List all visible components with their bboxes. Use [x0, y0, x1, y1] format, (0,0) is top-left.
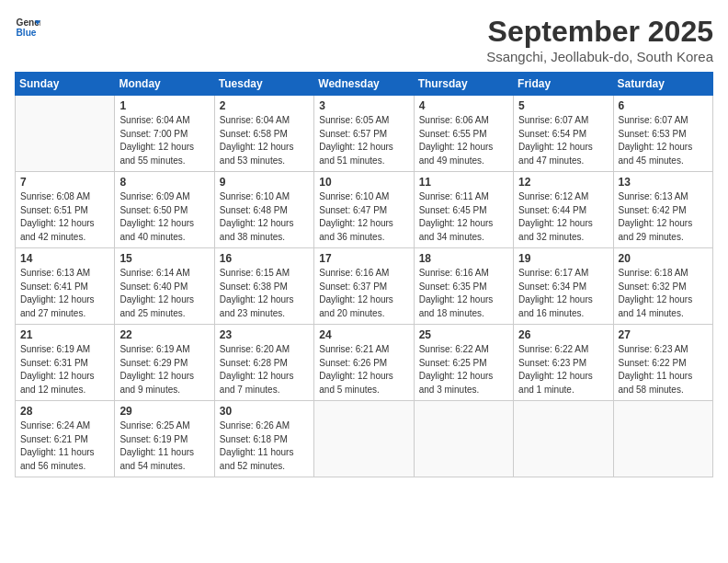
day-info: Sunrise: 6:04 AM Sunset: 7:00 PM Dayligh… [119, 114, 209, 167]
calendar-cell: 14Sunrise: 6:13 AM Sunset: 6:41 PM Dayli… [16, 248, 115, 325]
day-info: Sunrise: 6:04 AM Sunset: 6:58 PM Dayligh… [220, 114, 309, 167]
day-number: 30 [220, 405, 309, 418]
calendar-table: SundayMondayTuesdayWednesdayThursdayFrid… [15, 72, 713, 477]
svg-text:Blue: Blue [17, 28, 37, 38]
calendar-cell: 6Sunrise: 6:07 AM Sunset: 6:53 PM Daylig… [613, 96, 712, 172]
calendar-cell [16, 96, 115, 172]
day-number: 16 [220, 252, 309, 265]
day-number: 3 [319, 99, 408, 112]
calendar-cell: 28Sunrise: 6:24 AM Sunset: 6:21 PM Dayli… [16, 401, 115, 477]
day-info: Sunrise: 6:22 AM Sunset: 6:23 PM Dayligh… [518, 343, 608, 396]
day-info: Sunrise: 6:13 AM Sunset: 6:42 PM Dayligh… [619, 190, 708, 244]
day-number: 15 [119, 252, 209, 265]
day-header-friday: Friday [514, 73, 613, 96]
day-number: 8 [119, 176, 209, 189]
calendar-cell [613, 401, 712, 477]
calendar-cell: 3Sunrise: 6:05 AM Sunset: 6:57 PM Daylig… [314, 96, 414, 172]
calendar-cell [314, 401, 414, 477]
day-number: 13 [619, 176, 708, 189]
day-info: Sunrise: 6:10 AM Sunset: 6:48 PM Dayligh… [220, 190, 309, 244]
week-row-1: 1Sunrise: 6:04 AM Sunset: 7:00 PM Daylig… [16, 96, 713, 172]
day-info: Sunrise: 6:07 AM Sunset: 6:53 PM Dayligh… [619, 114, 708, 167]
calendar-cell: 15Sunrise: 6:14 AM Sunset: 6:40 PM Dayli… [115, 248, 214, 325]
day-number: 2 [220, 99, 309, 112]
day-info: Sunrise: 6:18 AM Sunset: 6:32 PM Dayligh… [619, 267, 708, 320]
calendar-cell [514, 401, 613, 477]
day-number: 21 [20, 328, 109, 341]
day-number: 11 [419, 176, 508, 189]
calendar-cell: 23Sunrise: 6:20 AM Sunset: 6:28 PM Dayli… [214, 325, 313, 401]
logo: General Blue [15, 15, 40, 40]
calendar-cell: 21Sunrise: 6:19 AM Sunset: 6:31 PM Dayli… [16, 325, 115, 401]
day-info: Sunrise: 6:20 AM Sunset: 6:28 PM Dayligh… [220, 343, 309, 396]
calendar-cell: 24Sunrise: 6:21 AM Sunset: 6:26 PM Dayli… [314, 325, 414, 401]
calendar-cell: 11Sunrise: 6:11 AM Sunset: 6:45 PM Dayli… [414, 172, 513, 248]
day-info: Sunrise: 6:22 AM Sunset: 6:25 PM Dayligh… [419, 343, 508, 396]
day-number: 22 [119, 328, 209, 341]
day-number: 14 [20, 252, 109, 265]
day-info: Sunrise: 6:10 AM Sunset: 6:47 PM Dayligh… [319, 190, 408, 244]
day-info: Sunrise: 6:21 AM Sunset: 6:26 PM Dayligh… [319, 343, 408, 396]
calendar-cell: 18Sunrise: 6:16 AM Sunset: 6:35 PM Dayli… [414, 248, 513, 325]
day-number: 20 [619, 252, 708, 265]
day-header-wednesday: Wednesday [314, 73, 414, 96]
day-info: Sunrise: 6:16 AM Sunset: 6:37 PM Dayligh… [319, 267, 408, 320]
day-info: Sunrise: 6:24 AM Sunset: 6:21 PM Dayligh… [20, 419, 109, 473]
calendar-cell: 26Sunrise: 6:22 AM Sunset: 6:23 PM Dayli… [514, 325, 613, 401]
calendar-cell: 8Sunrise: 6:09 AM Sunset: 6:50 PM Daylig… [115, 172, 214, 248]
day-number: 6 [619, 99, 708, 112]
calendar-cell: 13Sunrise: 6:13 AM Sunset: 6:42 PM Dayli… [613, 172, 712, 248]
day-number: 27 [619, 328, 708, 341]
day-info: Sunrise: 6:19 AM Sunset: 6:31 PM Dayligh… [20, 343, 109, 396]
calendar-cell: 22Sunrise: 6:19 AM Sunset: 6:29 PM Dayli… [115, 325, 214, 401]
calendar-cell: 30Sunrise: 6:26 AM Sunset: 6:18 PM Dayli… [214, 401, 313, 477]
calendar-cell: 29Sunrise: 6:25 AM Sunset: 6:19 PM Dayli… [115, 401, 214, 477]
day-info: Sunrise: 6:08 AM Sunset: 6:51 PM Dayligh… [20, 190, 109, 244]
calendar-cell: 25Sunrise: 6:22 AM Sunset: 6:25 PM Dayli… [414, 325, 513, 401]
week-row-4: 21Sunrise: 6:19 AM Sunset: 6:31 PM Dayli… [16, 325, 713, 401]
day-info: Sunrise: 6:25 AM Sunset: 6:19 PM Dayligh… [119, 419, 209, 473]
calendar-cell: 1Sunrise: 6:04 AM Sunset: 7:00 PM Daylig… [115, 96, 214, 172]
day-info: Sunrise: 6:23 AM Sunset: 6:22 PM Dayligh… [619, 343, 708, 396]
day-header-sunday: Sunday [16, 73, 115, 96]
day-info: Sunrise: 6:06 AM Sunset: 6:55 PM Dayligh… [419, 114, 508, 167]
day-number: 25 [419, 328, 508, 341]
week-row-2: 7Sunrise: 6:08 AM Sunset: 6:51 PM Daylig… [16, 172, 713, 248]
location-subtitle: Ssangchi, Jeollabuk-do, South Korea [486, 49, 713, 64]
day-number: 1 [119, 99, 209, 112]
day-info: Sunrise: 6:05 AM Sunset: 6:57 PM Dayligh… [319, 114, 408, 167]
day-number: 26 [518, 328, 608, 341]
day-number: 18 [419, 252, 508, 265]
calendar-cell: 16Sunrise: 6:15 AM Sunset: 6:38 PM Dayli… [214, 248, 313, 325]
day-number: 24 [319, 328, 408, 341]
day-info: Sunrise: 6:26 AM Sunset: 6:18 PM Dayligh… [220, 419, 309, 473]
calendar-cell: 7Sunrise: 6:08 AM Sunset: 6:51 PM Daylig… [16, 172, 115, 248]
calendar-cell: 20Sunrise: 6:18 AM Sunset: 6:32 PM Dayli… [613, 248, 712, 325]
day-info: Sunrise: 6:17 AM Sunset: 6:34 PM Dayligh… [518, 267, 608, 320]
day-info: Sunrise: 6:07 AM Sunset: 6:54 PM Dayligh… [518, 114, 608, 167]
day-header-tuesday: Tuesday [214, 73, 313, 96]
calendar-cell: 27Sunrise: 6:23 AM Sunset: 6:22 PM Dayli… [613, 325, 712, 401]
day-number: 7 [20, 176, 109, 189]
day-info: Sunrise: 6:12 AM Sunset: 6:44 PM Dayligh… [518, 190, 608, 244]
day-header-monday: Monday [115, 73, 214, 96]
day-info: Sunrise: 6:16 AM Sunset: 6:35 PM Dayligh… [419, 267, 508, 320]
day-info: Sunrise: 6:15 AM Sunset: 6:38 PM Dayligh… [220, 267, 309, 320]
day-header-thursday: Thursday [414, 73, 513, 96]
week-row-3: 14Sunrise: 6:13 AM Sunset: 6:41 PM Dayli… [16, 248, 713, 325]
calendar-cell: 19Sunrise: 6:17 AM Sunset: 6:34 PM Dayli… [514, 248, 613, 325]
day-number: 29 [119, 405, 209, 418]
day-info: Sunrise: 6:09 AM Sunset: 6:50 PM Dayligh… [119, 190, 209, 244]
calendar-cell: 17Sunrise: 6:16 AM Sunset: 6:37 PM Dayli… [314, 248, 414, 325]
calendar-cell: 5Sunrise: 6:07 AM Sunset: 6:54 PM Daylig… [514, 96, 613, 172]
title-block: September 2025 Ssangchi, Jeollabuk-do, S… [486, 15, 713, 64]
calendar-cell: 10Sunrise: 6:10 AM Sunset: 6:47 PM Dayli… [314, 172, 414, 248]
logo-icon: General Blue [15, 15, 40, 40]
day-info: Sunrise: 6:19 AM Sunset: 6:29 PM Dayligh… [119, 343, 209, 396]
day-number: 28 [20, 405, 109, 418]
day-info: Sunrise: 6:11 AM Sunset: 6:45 PM Dayligh… [419, 190, 508, 244]
day-number: 23 [220, 328, 309, 341]
day-number: 19 [518, 252, 608, 265]
day-number: 17 [319, 252, 408, 265]
calendar-cell: 2Sunrise: 6:04 AM Sunset: 6:58 PM Daylig… [214, 96, 313, 172]
